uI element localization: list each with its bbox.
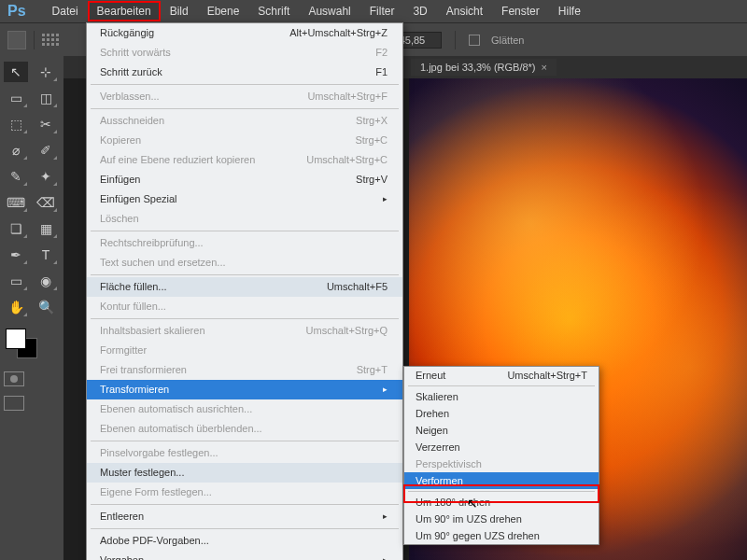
- gradient-tool[interactable]: ❏: [4, 218, 28, 239]
- menu-fenster[interactable]: Fenster: [492, 1, 549, 21]
- edit-item-ebenen-automatisch-ausrichten-: Ebenen automatisch ausrichten...: [87, 399, 402, 419]
- eyedropper-tool[interactable]: ⌀: [4, 140, 28, 161]
- edit-item-inhaltsbasiert-skalieren: Inhaltsbasiert skalierenUmschalt+Strg+Q: [87, 321, 402, 341]
- menu-ebene[interactable]: Ebene: [198, 1, 249, 21]
- edit-item-entleeren[interactable]: Entleeren▸: [87, 507, 402, 526]
- menu-3d[interactable]: 3D: [403, 1, 436, 21]
- quickmask-icon[interactable]: [4, 371, 24, 386]
- menu-filter[interactable]: Filter: [360, 1, 404, 21]
- transform-item-verzerren[interactable]: Verzerren: [404, 439, 599, 455]
- color-swatches[interactable]: [4, 327, 58, 358]
- edit-item-rechtschreibpr-fung-: Rechtschreibprüfung...: [87, 233, 402, 253]
- transform-item-um-im-uzs-drehen[interactable]: Um 90° im UZS drehen: [404, 511, 599, 527]
- edit-item-pinselvorgabe-festlegen-: Pinselvorgabe festlegen...: [87, 443, 402, 463]
- edit-item-eigene-form-festlegen-: Eigene Form festlegen...: [87, 483, 402, 502]
- edit-item-muster-festlegen-[interactable]: Muster festlegen...: [87, 463, 402, 483]
- brush-tool[interactable]: ✎: [4, 166, 28, 187]
- edit-item-auf-eine-ebene-reduziert-kopieren: Auf eine Ebene reduziert kopierenUmschal…: [87, 150, 402, 170]
- edit-item-kopieren: KopierenStrg+C: [87, 131, 402, 150]
- edit-item-kontur-f-llen-: Kontur füllen...: [87, 297, 402, 316]
- transform-submenu: ErneutUmschalt+Strg+TSkalierenDrehenNeig…: [403, 366, 599, 545]
- edit-item-l-schen: Löschen: [87, 209, 402, 229]
- transform-item-neigen[interactable]: Neigen: [404, 422, 599, 439]
- shape-tool[interactable]: ◉: [34, 271, 58, 291]
- edit-item-formgitter: Formgitter: [87, 341, 402, 360]
- zoom-tool[interactable]: 🔍: [34, 297, 58, 317]
- transform-item-skalieren[interactable]: Skalieren: [404, 388, 599, 405]
- edit-item-einf-gen[interactable]: EinfügenStrg+V: [87, 170, 402, 189]
- crop-tool[interactable]: ⬚: [4, 114, 28, 134]
- edit-item-frei-transformieren: Frei transformierenStrg+T: [87, 360, 402, 380]
- artboard-tool[interactable]: ⊹: [34, 62, 58, 82]
- edit-item-r-ckg-ngig[interactable]: RückgängigAlt+Umschalt+Strg+Z: [87, 23, 402, 43]
- tab-title: 1.jpg bei 33,3% (RGB/8*): [420, 62, 536, 73]
- edit-item-verblassen-: Verblassen...Umschalt+Strg+F: [87, 87, 402, 106]
- move-tool[interactable]: ↖: [4, 62, 28, 82]
- edit-item-vorgaben[interactable]: Vorgaben▸: [87, 551, 402, 560]
- ps-logo: Ps: [7, 3, 26, 20]
- edit-item-text-suchen-und-ersetzen-: Text suchen und ersetzen...: [87, 253, 402, 273]
- transform-item-um-gegen-uzs-drehen[interactable]: Um 90° gegen UZS drehen: [404, 527, 599, 544]
- menu-hilfe[interactable]: Hilfe: [549, 1, 590, 21]
- healing-tool[interactable]: ✐: [34, 140, 58, 161]
- transform-item-verformen[interactable]: Verformen: [404, 472, 599, 489]
- divider: [34, 31, 35, 49]
- menu-ansicht[interactable]: Ansicht: [437, 1, 492, 21]
- edit-item-schritt-zur-ck[interactable]: Schritt zurückF1: [87, 63, 402, 82]
- close-icon[interactable]: ×: [542, 62, 547, 73]
- divider: [455, 31, 456, 49]
- type-tool[interactable]: T: [34, 245, 58, 265]
- edit-dropdown: RückgängigAlt+Umschalt+Strg+ZSchritt vor…: [86, 22, 403, 560]
- reference-point-icon[interactable]: [42, 34, 59, 46]
- menu-auswahl[interactable]: Auswahl: [299, 1, 359, 21]
- document-tab[interactable]: 1.jpg bei 33,3% (RGB/8*) ×: [411, 59, 557, 76]
- edit-item-fl-che-f-llen-[interactable]: Fläche füllen...Umschalt+F5: [87, 277, 402, 297]
- transform-item-perspektivisch[interactable]: Perspektivisch: [404, 455, 599, 472]
- menubar: Ps Datei Bearbeiten Bild Ebene Schrift A…: [0, 0, 747, 22]
- tools-panel: ↖ ⊹ ▭ ◫ ⬚ ✂ ⌀ ✐ ✎ ✦ ⌨ ⌫ ❏ ▦ ✒ T ▭ ◉ ✋ 🔍: [0, 56, 63, 560]
- tool-preset-icon[interactable]: [7, 31, 26, 49]
- edit-item-adobe-pdf-vorgaben-[interactable]: Adobe PDF-Vorgaben...: [87, 531, 402, 551]
- stamp-tool[interactable]: ✦: [34, 166, 58, 187]
- eraser-tool[interactable]: ⌫: [34, 192, 58, 213]
- path-tool[interactable]: ▭: [4, 271, 28, 291]
- screenmode-icon[interactable]: [4, 396, 24, 411]
- slice-tool[interactable]: ✂: [34, 114, 58, 134]
- menu-bild[interactable]: Bild: [161, 1, 198, 21]
- menu-schrift[interactable]: Schrift: [248, 1, 299, 21]
- hand-tool[interactable]: ✋: [4, 297, 28, 317]
- edit-item-schritt-vorw-rts: Schritt vorwärtsF2: [87, 43, 402, 63]
- edit-item-ausschneiden: AusschneidenStrg+X: [87, 111, 402, 131]
- foreground-swatch[interactable]: [6, 329, 26, 349]
- menu-datei[interactable]: Datei: [43, 1, 88, 21]
- marquee-tool[interactable]: ▭: [4, 88, 28, 108]
- smooth-checkbox[interactable]: [469, 35, 480, 46]
- edit-item-ebenen-automatisch-berblenden-: Ebenen automatisch überblenden...: [87, 419, 402, 439]
- blur-tool[interactable]: ▦: [34, 218, 58, 239]
- smooth-label: Glätten: [491, 35, 524, 46]
- history-brush-tool[interactable]: ⌨: [4, 192, 28, 213]
- edit-item-transformieren[interactable]: Transformieren▸: [87, 380, 402, 399]
- lasso-tool[interactable]: ◫: [34, 88, 58, 108]
- transform-item-erneut[interactable]: ErneutUmschalt+Strg+T: [404, 367, 599, 384]
- menu-bearbeiten[interactable]: Bearbeiten: [88, 1, 161, 21]
- transform-item-drehen[interactable]: Drehen: [404, 405, 599, 422]
- edit-item-einf-gen-spezial[interactable]: Einfügen Spezial▸: [87, 189, 402, 209]
- transform-item-um-drehen[interactable]: Um 180° drehen: [404, 494, 599, 511]
- pen-tool[interactable]: ✒: [4, 245, 28, 265]
